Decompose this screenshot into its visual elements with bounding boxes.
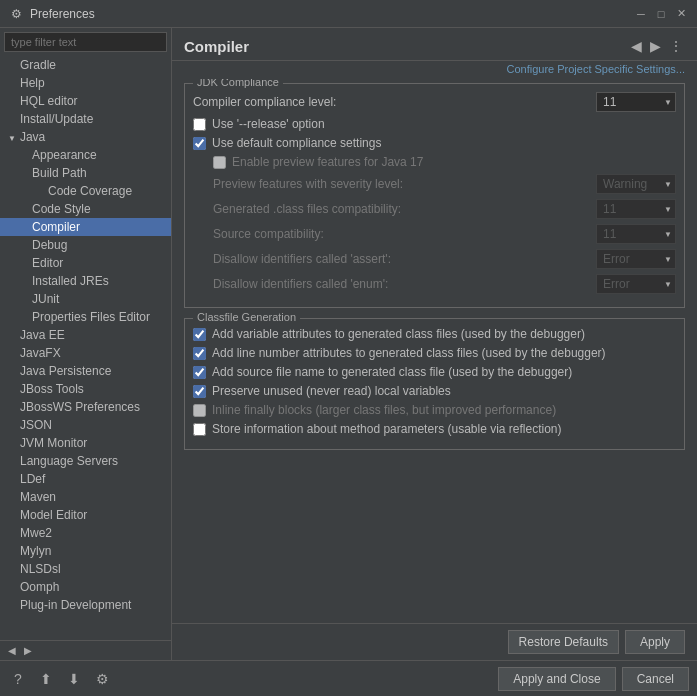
compliance-level-row: Compiler compliance level: 11 1.8 9 10 1… [193, 92, 676, 112]
enable-preview-row: Enable preview features for Java 17 [213, 155, 676, 169]
sidebar-item-compiler[interactable]: Compiler [0, 218, 171, 236]
preview-severity-label: Preview features with severity level: [213, 177, 596, 191]
content-title: Compiler [184, 38, 249, 55]
use-release-checkbox[interactable] [193, 118, 206, 131]
window-controls: ─ □ ✕ [633, 6, 689, 22]
compliance-indent-group: Enable preview features for Java 17 Prev… [193, 155, 676, 294]
store-info-checkbox[interactable] [193, 423, 206, 436]
sidebar-item-installed-jres[interactable]: Installed JREs [0, 272, 171, 290]
main-area: GradleHelpHQL editorInstall/UpdateJavaAp… [0, 28, 697, 660]
settings-button[interactable]: ⚙ [92, 669, 112, 689]
generated-class-select[interactable]: 11 [596, 199, 676, 219]
sidebar-item-jvm-monitor[interactable]: JVM Monitor [0, 434, 171, 452]
jdk-section-label: JDK Compliance [193, 79, 283, 88]
sidebar-item-jbossws-preferences[interactable]: JBossWS Preferences [0, 398, 171, 416]
sidebar-item-properties-files-editor[interactable]: Properties Files Editor [0, 308, 171, 326]
sidebar-item-javafx[interactable]: JavaFX [0, 344, 171, 362]
restore-defaults-button[interactable]: Restore Defaults [508, 630, 619, 654]
sidebar-item-build-path[interactable]: Build Path [0, 164, 171, 182]
content-scroll: JDK Compliance Compiler compliance level… [172, 79, 697, 623]
filter-input[interactable] [4, 32, 167, 52]
help-button[interactable]: ? [8, 669, 28, 689]
compliance-level-select-wrapper: 11 1.8 9 10 12 [596, 92, 676, 112]
sidebar-item-plug-in-development[interactable]: Plug-in Development [0, 596, 171, 614]
import-button[interactable]: ⬆ [36, 669, 56, 689]
disallow-enum-select[interactable]: Error Warning Ignore [596, 274, 676, 294]
enable-preview-label: Enable preview features for Java 17 [232, 155, 423, 169]
app-icon: ⚙ [8, 6, 24, 22]
sidebar-item-appearance[interactable]: Appearance [0, 146, 171, 164]
bottom-icons: ? ⬆ ⬇ ⚙ [8, 669, 112, 689]
cancel-button[interactable]: Cancel [622, 667, 689, 691]
sidebar-item-editor[interactable]: Editor [0, 254, 171, 272]
inline-finally-row: Inline finally blocks (larger class file… [193, 403, 676, 417]
use-default-compliance-label: Use default compliance settings [212, 136, 381, 150]
sidebar-item-java-ee[interactable]: Java EE [0, 326, 171, 344]
sidebar-item-json[interactable]: JSON [0, 416, 171, 434]
sidebar-item-junit[interactable]: JUnit [0, 290, 171, 308]
source-compat-row: Source compatibility: 11 [213, 224, 676, 244]
sidebar-item-maven[interactable]: Maven [0, 488, 171, 506]
source-compat-label: Source compatibility: [213, 227, 596, 241]
classfile-section: Classfile Generation Add variable attrib… [184, 318, 685, 450]
preview-severity-select-wrapper: Warning Error Info Ignore [596, 174, 676, 194]
sidebar-item-java[interactable]: Java [0, 128, 171, 146]
nav-menu-button[interactable]: ⋮ [667, 36, 685, 56]
disallow-enum-label: Disallow identifiers called 'enum': [213, 277, 596, 291]
use-default-compliance-row: Use default compliance settings [193, 136, 676, 150]
preview-severity-row: Preview features with severity level: Wa… [213, 174, 676, 194]
source-compat-select[interactable]: 11 [596, 224, 676, 244]
nav-back-button[interactable]: ◀ [629, 36, 644, 56]
content-header: Compiler ◀ ▶ ⋮ [172, 28, 697, 61]
sidebar-item-jboss-tools[interactable]: JBoss Tools [0, 380, 171, 398]
sidebar-item-mylyn[interactable]: Mylyn [0, 542, 171, 560]
sidebar-item-nlsdsl[interactable]: NLSDsl [0, 560, 171, 578]
compliance-level-label: Compiler compliance level: [193, 95, 596, 109]
disallow-assert-label: Disallow identifiers called 'assert': [213, 252, 596, 266]
bottom-actions: Apply and Close Cancel [498, 667, 689, 691]
disallow-assert-select[interactable]: Error Warning Ignore [596, 249, 676, 269]
sidebar-item-code-coverage[interactable]: Code Coverage [0, 182, 171, 200]
sidebar-item-ldef[interactable]: LDef [0, 470, 171, 488]
add-source-checkbox[interactable] [193, 366, 206, 379]
inline-finally-checkbox[interactable] [193, 404, 206, 417]
apply-close-button[interactable]: Apply and Close [498, 667, 615, 691]
add-source-label: Add source file name to generated class … [212, 365, 572, 379]
content-area: Compiler ◀ ▶ ⋮ Configure Project Specifi… [172, 28, 697, 660]
apply-button[interactable]: Apply [625, 630, 685, 654]
window-title: Preferences [30, 7, 633, 21]
sidebar-item-gradle[interactable]: Gradle [0, 56, 171, 74]
sidebar-item-debug[interactable]: Debug [0, 236, 171, 254]
add-line-checkbox[interactable] [193, 347, 206, 360]
disallow-assert-row: Disallow identifiers called 'assert': Er… [213, 249, 676, 269]
sidebar-item-install-update[interactable]: Install/Update [0, 110, 171, 128]
sidebar-item-model-editor[interactable]: Model Editor [0, 506, 171, 524]
generated-class-row: Generated .class files compatibility: 11 [213, 199, 676, 219]
close-button[interactable]: ✕ [673, 6, 689, 22]
sidebar-item-code-style[interactable]: Code Style [0, 200, 171, 218]
add-line-row: Add line number attributes to generated … [193, 346, 676, 360]
scroll-right-arrow[interactable]: ▶ [20, 643, 36, 658]
export-button[interactable]: ⬇ [64, 669, 84, 689]
configure-link[interactable]: Configure Project Specific Settings... [172, 61, 697, 79]
sidebar-item-oomph[interactable]: Oomph [0, 578, 171, 596]
header-nav: ◀ ▶ ⋮ [629, 36, 685, 56]
compliance-level-select[interactable]: 11 1.8 9 10 12 [596, 92, 676, 112]
enable-preview-checkbox[interactable] [213, 156, 226, 169]
preserve-unused-checkbox[interactable] [193, 385, 206, 398]
add-variable-checkbox[interactable] [193, 328, 206, 341]
sidebar-item-help[interactable]: Help [0, 74, 171, 92]
sidebar-item-java-persistence[interactable]: Java Persistence [0, 362, 171, 380]
sidebar-item-hql-editor[interactable]: HQL editor [0, 92, 171, 110]
content-footer: Restore Defaults Apply [172, 623, 697, 660]
use-default-compliance-checkbox[interactable] [193, 137, 206, 150]
tree-container: GradleHelpHQL editorInstall/UpdateJavaAp… [0, 56, 171, 640]
nav-forward-button[interactable]: ▶ [648, 36, 663, 56]
maximize-button[interactable]: □ [653, 6, 669, 22]
sidebar-item-language-servers[interactable]: Language Servers [0, 452, 171, 470]
inline-finally-label: Inline finally blocks (larger class file… [212, 403, 556, 417]
scroll-left-arrow[interactable]: ◀ [4, 643, 20, 658]
minimize-button[interactable]: ─ [633, 6, 649, 22]
preview-severity-select[interactable]: Warning Error Info Ignore [596, 174, 676, 194]
sidebar-item-mwe2[interactable]: Mwe2 [0, 524, 171, 542]
